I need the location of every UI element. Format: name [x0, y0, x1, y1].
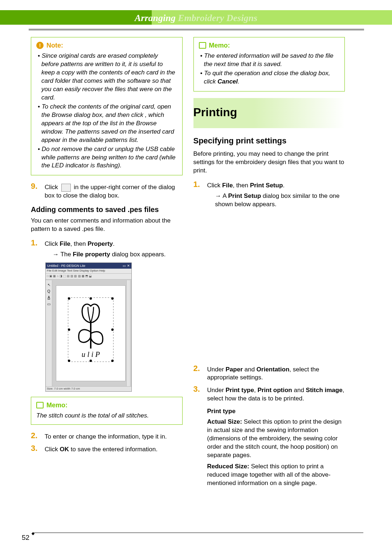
subheading-adding-comments: Adding comments to saved .pes files: [31, 205, 183, 214]
screenshot-title-text: Untitled - PE-DESIGN Lite: [47, 264, 85, 268]
header-text-light: Embroidery Designs: [178, 13, 257, 23]
memo-item: The entered information will be saved to…: [200, 52, 340, 69]
step-number: 3.: [193, 385, 203, 394]
print-step-1: 1. Click File, then Print Setup. → A Pri…: [193, 180, 345, 209]
svg-point-8: [111, 329, 114, 331]
spec-intro: Before printing, you may need to change …: [193, 150, 345, 175]
chapter-title: Arranging Embroidery Designs: [0, 12, 392, 24]
bold-text: File: [222, 182, 233, 189]
note-item: To check the contents of the original ca…: [38, 103, 177, 144]
footer-rule: [34, 533, 363, 533]
memo-text: The stitch count is the total of all sti…: [36, 412, 177, 420]
text: .: [113, 240, 115, 247]
tool-icon: ↖: [48, 282, 50, 288]
tool-icon: Q: [48, 289, 50, 294]
print-type-heading: Print type: [207, 407, 345, 416]
left-column: ! Note: Since original cards are erased …: [31, 37, 183, 490]
text: Click: [45, 446, 60, 453]
text: Under: [207, 387, 226, 394]
text: Under: [207, 366, 226, 373]
step-9: 9. Click in the upper-right corner of th…: [31, 182, 183, 200]
text: → The: [53, 251, 73, 258]
svg-point-1: [68, 297, 70, 300]
step-text: To enter or change the information, type…: [45, 433, 167, 440]
text: ,: [254, 387, 257, 394]
text: Click: [45, 240, 60, 247]
bold-text: Property: [87, 240, 113, 247]
text: to save the entered information.: [69, 446, 158, 453]
memo-title: Memo:: [46, 401, 68, 410]
bold-text: File property: [73, 251, 110, 258]
svg-point-7: [68, 329, 70, 331]
screenshot-titlebar: Untitled - PE-DESIGN Lite ▭ ✕: [46, 263, 131, 269]
text: The entered information will be saved to…: [204, 52, 334, 68]
add-step-1: 1. Click File, then Property. → The File…: [31, 239, 183, 259]
step-number: 9.: [31, 182, 40, 191]
memo-callout-2: Memo: The entered information will be sa…: [193, 37, 345, 91]
text: , then: [233, 182, 250, 189]
tulip-design-icon: u l i P: [67, 297, 114, 363]
bold-text: Print Setup: [228, 192, 261, 199]
specifying-heading: Specifying print settings: [193, 135, 345, 146]
bold-text: Orientation: [257, 366, 290, 373]
screenshot-sidebar: ↖ Q A ▭: [46, 280, 52, 386]
print-step-2: 2. Under Paper and Orientation, select t…: [193, 364, 345, 382]
tool-icon: ▭: [47, 302, 50, 307]
book-icon: [36, 402, 44, 408]
text: → A: [215, 192, 228, 199]
bold-text: Stitch image: [306, 387, 343, 394]
print-step-3: 3. Under Print type, Print option and St…: [193, 385, 345, 487]
printing-heading: Printing: [193, 101, 341, 124]
memo-callout-1: Memo: The stitch count is the total of a…: [31, 397, 183, 425]
step-number: 1.: [31, 239, 40, 247]
text: dialog box appears.: [110, 251, 166, 258]
actual-size-label: Actual Size:: [207, 418, 242, 425]
text: Click: [207, 182, 222, 189]
screenshot-toolbar: □ ▣ ▦ ⌂ ◨ ⬚ ▤ ▥ ▧ ▨ ▩ ⬒ ⬓: [46, 274, 131, 280]
svg-point-4: [111, 360, 114, 362]
scrollbar: [126, 280, 130, 386]
screenshot-menu: File Edit Image Text Sew Display Option …: [46, 269, 131, 274]
text: .: [283, 182, 285, 189]
svg-point-2: [111, 297, 114, 300]
note-callout: ! Note: Since original cards are erased …: [31, 37, 183, 175]
svg-point-3: [68, 360, 70, 362]
step-number: 2.: [31, 431, 40, 440]
text: and: [243, 366, 257, 373]
step-number: 3.: [31, 444, 40, 453]
screenshot-file-property: Untitled - PE-DESIGN Lite ▭ ✕ File Edit …: [45, 262, 132, 392]
memo-title: Memo:: [209, 41, 230, 50]
svg-text:u l i P: u l i P: [82, 350, 100, 358]
svg-point-5: [90, 297, 92, 300]
page-number: 52: [22, 533, 29, 542]
bold-text: Paper: [226, 366, 243, 373]
text: and: [292, 387, 306, 394]
header-text-dark: Arranging: [135, 13, 178, 23]
step-number: 2.: [193, 364, 203, 373]
bold-text: OK: [60, 446, 69, 453]
screenshot-statusbar: Size: 7.0 cm width 7.0 cm: [46, 386, 131, 391]
note-item: Since original cards are erased complete…: [38, 52, 177, 102]
memo-item: To quit the operation and close the dial…: [200, 69, 340, 86]
add-step-2: 2. To enter or change the information, t…: [31, 431, 183, 441]
printing-heading-block: Printing: [193, 98, 345, 128]
exclamation-icon: !: [36, 42, 44, 49]
note-title: Note:: [46, 41, 63, 50]
bold-text: Print type: [226, 387, 254, 394]
window-controls-icon: ▭ ✕: [123, 264, 130, 268]
bold-text: Print Setup: [250, 182, 283, 189]
add-step-3: 3. Click OK to save the entered informat…: [31, 444, 183, 454]
step-text: Click: [45, 184, 60, 191]
svg-point-6: [90, 360, 92, 362]
bold-text: Print option: [257, 387, 292, 394]
step-number: 1.: [193, 180, 203, 189]
note-item: Do not remove the card or unplug the USB…: [38, 145, 177, 170]
close-icon: [61, 184, 71, 192]
reduced-size-label: Reduced Size:: [207, 463, 249, 470]
screenshot-canvas: u l i P: [56, 285, 126, 381]
tool-icon: A: [48, 295, 50, 300]
bold-text: Cancel: [217, 78, 238, 85]
dialog-placeholder: [193, 212, 345, 364]
header-rule: [29, 29, 364, 30]
book-icon: [199, 42, 206, 49]
